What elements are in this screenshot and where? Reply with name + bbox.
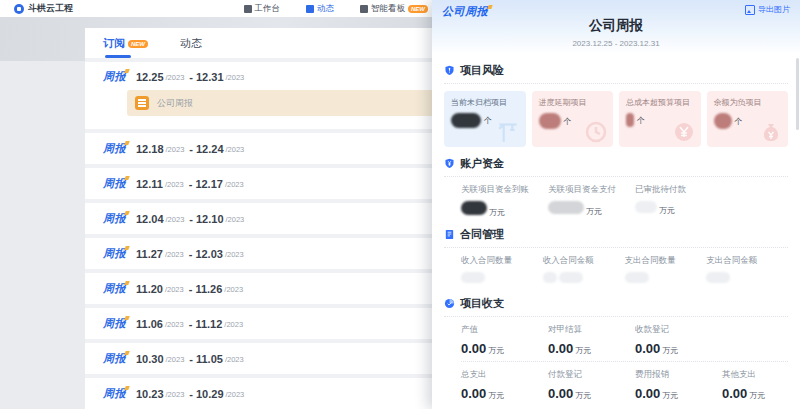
nav-feed[interactable]: 动态 [306, 3, 334, 15]
date-start-year: /2023 [166, 73, 185, 82]
stat-label: 产值 [461, 324, 548, 336]
divider [444, 176, 788, 177]
divider [461, 361, 788, 362]
risk-card-label: 总成本超预算项目 [626, 97, 694, 108]
stat-unit: 万元 [575, 390, 591, 401]
risk-unit: 个 [484, 115, 492, 126]
stat-funds-paid: 关联项目资金支付 万元 [548, 184, 635, 218]
date-separator: - [189, 388, 193, 400]
stat-unit: 万元 [749, 390, 765, 401]
stat-label: 关联项目资金到账 [461, 184, 548, 196]
app-logo-icon [14, 4, 24, 14]
date-end: 10.29 [196, 388, 224, 400]
stat-expense-reimbursement: 费用报销 0.00万元 [635, 369, 722, 401]
stat-unit: 万元 [662, 390, 678, 401]
weekly-report-badge: 周报 [103, 246, 126, 261]
divider [444, 247, 788, 248]
divider [444, 316, 788, 317]
date-start-year: /2023 [166, 145, 185, 154]
stat-value: 0.00 [548, 386, 573, 401]
date-end-year: /2023 [225, 180, 244, 189]
stat-owner-settlement: 对甲结算 0.00万元 [548, 324, 635, 356]
stat-label: 收款登记 [635, 324, 722, 336]
report-doc-icon [135, 96, 149, 110]
masked-value [714, 113, 732, 129]
stat-label: 支出合同金额 [706, 255, 788, 267]
stat-label: 对甲结算 [548, 324, 635, 336]
section-title: 项目收支 [460, 296, 504, 311]
date-separator: - [189, 213, 193, 225]
funds-shield-icon [444, 158, 455, 169]
date-start-year: /2023 [165, 320, 184, 329]
date-start: 10.30 [136, 353, 164, 365]
stat-unit: 万元 [575, 345, 591, 356]
weekly-report-badge: 周报 [103, 176, 126, 191]
smart-board-badge: NEW [408, 5, 428, 13]
weekly-report-badge: 周报 [103, 351, 126, 366]
stat-label: 已审批待付款 [635, 184, 722, 196]
risk-cards: 当前未归档项目 个 进度延期项目 个 总成本超预算项目 个 余额为负项目 个 [444, 91, 788, 147]
section-account-funds: 账户资金 [444, 156, 788, 171]
nav-smart-board[interactable]: 智能看板 NEW [360, 3, 428, 15]
risk-card-label: 进度延期项目 [539, 97, 607, 108]
date-end-year: /2023 [225, 250, 244, 259]
masked-value [539, 113, 561, 129]
date-end-year: /2023 [224, 285, 243, 294]
date-start: 11.27 [136, 248, 163, 260]
section-title: 账户资金 [460, 156, 504, 171]
risk-unit: 个 [637, 115, 645, 126]
stat-unit: 万元 [488, 345, 504, 356]
date-start-year: /2023 [166, 215, 185, 224]
stat-expense-contract-count: 支出合同数量 [625, 255, 707, 287]
date-end: 11.26 [195, 283, 222, 295]
date-end: 12.24 [196, 143, 224, 155]
stat-value: 0.00 [635, 341, 660, 356]
date-end: 11.05 [196, 353, 223, 365]
stat-income-contract-count: 收入合同数量 [461, 255, 543, 287]
tab-feed-label: 动态 [180, 36, 202, 51]
report-brand-logo: 公司周报 [442, 4, 488, 19]
masked-value [543, 272, 557, 283]
nav-workbench[interactable]: 工作台 [244, 3, 281, 15]
risk-card-delayed[interactable]: 进度延期项目 个 [532, 91, 614, 147]
nav-smart-board-label: 智能看板 [371, 3, 405, 15]
stat-unit: 万元 [662, 345, 678, 356]
app-brand[interactable]: 斗栱云工程 [14, 2, 73, 15]
stat-approved-pending: 已审批待付款 万元 [635, 184, 722, 218]
report-body: 项目风险 当前未归档项目 个 进度延期项目 个 总成本超预算项目 个 [432, 63, 800, 409]
masked-value [625, 272, 649, 283]
income-expense-pie-icon [444, 298, 455, 309]
stat-label: 付款登记 [548, 369, 635, 381]
date-end-year: /2023 [225, 355, 244, 364]
date-end: 12.03 [195, 248, 223, 260]
tab-feed[interactable]: 动态 [180, 36, 202, 58]
masked-value [706, 272, 730, 283]
stat-value: 0.00 [548, 341, 573, 356]
date-separator: - [189, 318, 193, 330]
masked-value [559, 272, 583, 283]
risk-card-negative-balance[interactable]: 余额为负项目 个 [707, 91, 789, 147]
weekly-report-badge: 周报 [103, 141, 126, 156]
date-start: 11.06 [136, 318, 163, 330]
risk-card-unarchived[interactable]: 当前未归档项目 个 [444, 91, 526, 147]
divider [444, 83, 788, 84]
export-image-icon [745, 5, 755, 15]
weekly-report-badge: 周报 [103, 69, 126, 84]
date-separator: - [189, 71, 193, 83]
masked-value [461, 272, 485, 283]
funds-stats: 关联项目资金到账 万元 关联项目资金支付 万元 已审批待付款 万元 [444, 184, 788, 218]
nav-feed-label: 动态 [317, 3, 334, 15]
export-image-button[interactable]: 导出图片 [745, 4, 790, 15]
stat-expense-contract-amount: 支出合同金额 [706, 255, 788, 287]
panel-scrollbar[interactable] [796, 58, 799, 130]
masked-value [635, 201, 657, 213]
stat-unit: 万元 [659, 205, 675, 216]
date-end-year: /2023 [226, 390, 245, 399]
date-separator: - [189, 283, 193, 295]
stat-unit: 万元 [488, 390, 504, 401]
date-separator: - [189, 178, 193, 190]
risk-card-over-budget[interactable]: 总成本超预算项目 个 [619, 91, 701, 147]
tab-subscribe[interactable]: 订阅 NEW [103, 36, 148, 58]
stat-value: 0.00 [722, 386, 747, 401]
weekly-report-badge: 周报 [103, 386, 126, 401]
